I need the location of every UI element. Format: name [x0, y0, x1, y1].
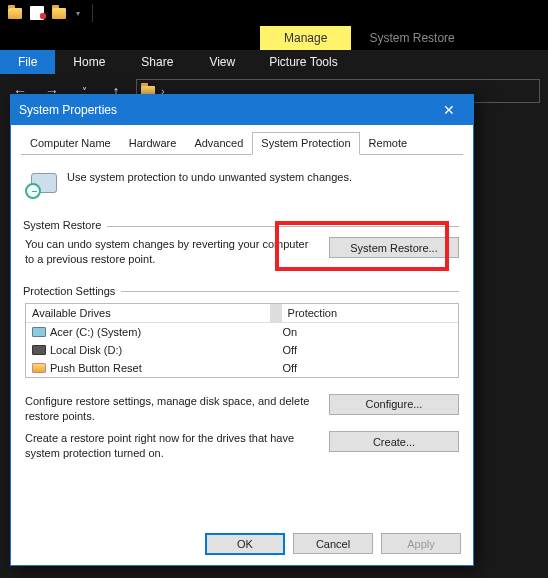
disk-icon [32, 327, 46, 337]
ribbon-context-header: Manage System Restore [0, 26, 548, 50]
ok-button[interactable]: OK [205, 533, 285, 555]
share-tab[interactable]: Share [123, 50, 191, 74]
col-protection-header: Protection [282, 304, 458, 322]
create-description: Create a restore point right now for the… [25, 431, 311, 461]
drive-name: Acer (C:) (System) [50, 326, 141, 338]
close-button[interactable]: ✕ [433, 102, 465, 118]
drive-name: Local Disk (D:) [50, 344, 122, 356]
explorer-quickaccess-bar: ▾ [0, 0, 548, 26]
view-tab[interactable]: View [191, 50, 253, 74]
window-title: System Restore [351, 26, 472, 50]
cancel-button[interactable]: Cancel [293, 533, 373, 554]
system-restore-group: System Restore You can undo system chang… [23, 213, 461, 269]
picture-tools-tab[interactable]: Picture Tools [257, 50, 349, 74]
chevron-down-icon[interactable]: ▾ [72, 9, 84, 18]
dialog-body: Computer Name Hardware Advanced System P… [11, 125, 473, 525]
protection-status: Off [277, 359, 458, 377]
description-text: Use system protection to undo unwanted s… [67, 167, 352, 183]
drive-name: Push Button Reset [50, 362, 142, 374]
configure-description: Configure restore settings, manage disk … [25, 394, 311, 424]
properties-icon[interactable] [28, 4, 46, 22]
divider [92, 4, 93, 22]
dialog-tabs: Computer Name Hardware Advanced System P… [21, 131, 463, 155]
apply-button: Apply [381, 533, 461, 554]
tab-hardware[interactable]: Hardware [120, 132, 186, 155]
ribbon-tabs: File Home Share View Picture Tools [0, 50, 548, 74]
drives-table: Available Drives Protection Acer (C:) (S… [25, 303, 459, 378]
protection-status: Off [277, 341, 458, 359]
group-legend: Protection Settings [23, 285, 115, 297]
manage-context-tab[interactable]: Manage [260, 26, 351, 50]
dialog-title: System Properties [19, 103, 433, 117]
system-properties-dialog: System Properties ✕ Computer Name Hardwa… [10, 94, 474, 566]
table-row[interactable]: Local Disk (D:) Off [26, 341, 458, 359]
protection-status: On [277, 323, 458, 341]
file-menu[interactable]: File [0, 50, 55, 74]
table-row[interactable]: Push Button Reset Off [26, 359, 458, 377]
dialog-titlebar[interactable]: System Properties ✕ [11, 95, 473, 125]
configure-button[interactable]: Configure... [329, 394, 459, 415]
folder-icon[interactable] [6, 4, 24, 22]
folder-icon[interactable] [50, 4, 68, 22]
system-restore-button[interactable]: System Restore... [329, 237, 459, 258]
disk-icon [32, 345, 46, 355]
restore-description: You can undo system changes by reverting… [25, 237, 311, 267]
home-tab[interactable]: Home [55, 50, 123, 74]
folder-icon [32, 363, 46, 373]
protection-settings-group: Protection Settings Available Drives Pro… [23, 279, 461, 463]
tab-remote[interactable]: Remote [360, 132, 417, 155]
group-legend: System Restore [23, 219, 101, 231]
tab-computer-name[interactable]: Computer Name [21, 132, 120, 155]
table-row[interactable]: Acer (C:) (System) On [26, 323, 458, 341]
table-header: Available Drives Protection [26, 304, 458, 323]
dialog-button-row: OK Cancel Apply [11, 525, 473, 565]
tab-advanced[interactable]: Advanced [185, 132, 252, 155]
system-protection-icon [25, 167, 57, 199]
col-drives-header: Available Drives [26, 304, 270, 322]
tab-system-protection[interactable]: System Protection [252, 132, 359, 155]
create-button[interactable]: Create... [329, 431, 459, 452]
